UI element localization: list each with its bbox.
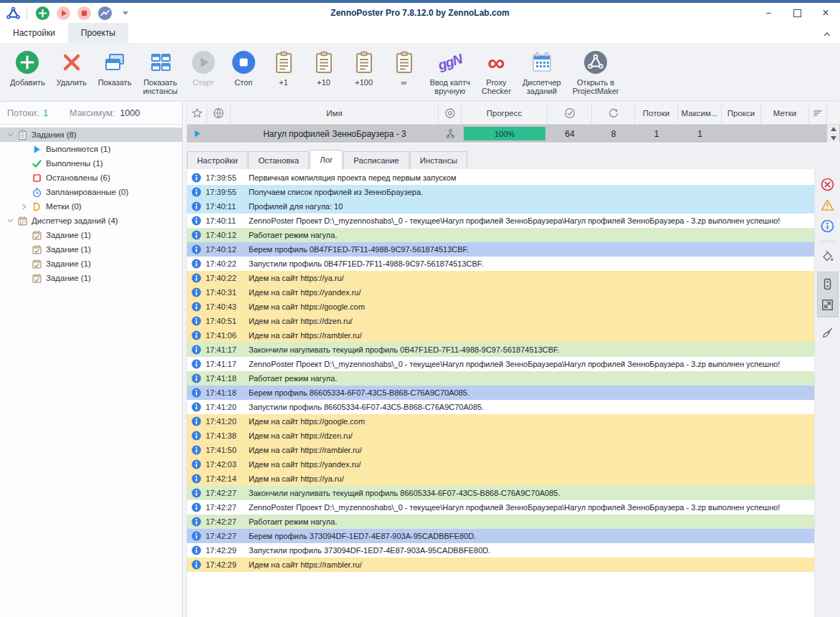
maximize-button[interactable]: [783, 3, 811, 23]
info-icon: [191, 416, 201, 426]
task-row[interactable]: Нагул профилей ЗенноБраузера - 3 100% 64…: [187, 125, 840, 143]
log-row[interactable]: 17:42:27Берем профиль 373094DF-1ED7-4E87…: [187, 529, 814, 543]
log-row[interactable]: 17:40:31Идем на сайт https://yandex.ru/: [187, 285, 814, 300]
tab-instances[interactable]: Инстансы: [410, 151, 467, 169]
warnings-filter-icon[interactable]: [818, 196, 837, 214]
log-row[interactable]: 17:41:18Работает режим нагула.: [187, 371, 814, 386]
log-row[interactable]: 17:42:29Запустили профиль 373094DF-1ED7-…: [187, 543, 814, 558]
check-circle-icon[interactable]: [548, 102, 592, 124]
quick-stats-icon[interactable]: [97, 6, 113, 21]
log-row[interactable]: 17:41:17Закончили нагуливать текущий про…: [187, 343, 814, 357]
log-row[interactable]: 17:42:27ZennoPoster Проект D:\_myzennosh…: [187, 500, 814, 515]
globe-icon[interactable]: [207, 102, 231, 124]
tab-log[interactable]: Лог: [310, 150, 343, 169]
log-row[interactable]: 17:41:50Идем на сайт https://rambler.ru/: [187, 443, 814, 457]
delete-button[interactable]: Удалить: [51, 47, 92, 88]
expand-icon[interactable]: [818, 295, 837, 314]
tree-item[interactable]: Выполнены (1): [0, 156, 182, 171]
tree-item[interactable]: Задание (1): [0, 228, 182, 242]
log-row[interactable]: 17:42:14Идем на сайт https://ya.ru/: [187, 472, 814, 486]
column-proxy[interactable]: Прокси: [722, 102, 761, 124]
log-row[interactable]: 17:40:22Идем на сайт https://ya.ru/: [187, 271, 814, 285]
log-row[interactable]: 17:41:20Идем на сайт https://google.com: [187, 414, 814, 429]
show-button[interactable]: Показать: [92, 47, 138, 88]
log-row[interactable]: 17:41:06Идем на сайт https://rambler.ru/: [187, 328, 814, 343]
log-row[interactable]: 17:39:55Первичная компиляция проекта пер…: [187, 171, 814, 185]
log-row[interactable]: 17:40:12Работает режим нагула.: [187, 228, 814, 242]
stop-button[interactable]: Стоп: [224, 47, 264, 88]
proxy-checker-button[interactable]: ∞Proxy Checker: [476, 47, 517, 97]
expander-icon[interactable]: [19, 204, 30, 210]
sort-icon[interactable]: [809, 102, 827, 124]
quick-start-icon[interactable]: [56, 6, 71, 21]
tree-item[interactable]: Диспетчер заданий (4): [0, 214, 182, 228]
plus-100-button[interactable]: +100: [344, 47, 384, 88]
log-message: Берем профиль 0B47F1ED-7F11-4988-9C97-56…: [249, 245, 469, 254]
restart-icon[interactable]: [592, 102, 635, 124]
tree-item[interactable]: Метки (0): [0, 199, 182, 214]
infinity-button[interactable]: ∞: [384, 47, 424, 88]
tree-item[interactable]: Выполняются (1): [0, 142, 182, 156]
minimize-button[interactable]: −: [754, 3, 783, 23]
column-max[interactable]: Максим...: [678, 102, 722, 124]
grid-scrollbar[interactable]: [827, 125, 839, 143]
log-row[interactable]: 17:41:17ZennoPoster Проект D:\_myzennosh…: [187, 357, 814, 371]
log-row[interactable]: 17:42:27Закончили нагуливать текущий про…: [187, 486, 814, 500]
expander-icon[interactable]: [4, 219, 16, 223]
add-button[interactable]: Добавить: [4, 47, 51, 88]
scroll-up-icon[interactable]: [831, 127, 836, 131]
quick-add-icon[interactable]: [35, 6, 50, 21]
target-icon[interactable]: [439, 102, 462, 124]
log-row[interactable]: 17:40:12Берем профиль 0B47F1ED-7F11-4988…: [187, 242, 814, 257]
collapse-ribbon-icon[interactable]: [823, 27, 831, 40]
errors-filter-icon[interactable]: [818, 175, 837, 193]
log-row[interactable]: 17:42:03Идем на сайт https://yandex.ru/: [187, 457, 814, 472]
task-scheduler-button[interactable]: Диспетчер заданий: [517, 47, 567, 97]
log-row[interactable]: 17:40:51Идем на сайт https://dzen.ru/: [187, 314, 814, 328]
tree-item[interactable]: Запланированные (0): [0, 185, 182, 199]
log-row[interactable]: 17:41:38Идем на сайт https://dzen.ru/: [187, 429, 814, 443]
info-filter-icon[interactable]: [818, 216, 837, 235]
expander-icon[interactable]: [4, 133, 16, 137]
quick-stop-icon[interactable]: [77, 6, 92, 21]
log-row[interactable]: 17:41:20Запустили профиль 86605334-6F07-…: [187, 400, 814, 414]
tree-item[interactable]: Задание (1): [0, 242, 182, 257]
log-row[interactable]: 17:42:27Работает режим нагула.: [187, 515, 814, 529]
column-threads[interactable]: Потоки: [635, 102, 678, 124]
column-labels[interactable]: Метки: [761, 102, 809, 124]
tree-item[interactable]: Задание (1): [0, 257, 182, 271]
dropdown-caret-icon[interactable]: [123, 11, 128, 15]
log-row[interactable]: 17:40:11ZennoPoster Проект D:\_myzennosh…: [187, 214, 814, 228]
log-row[interactable]: 17:40:43Идем на сайт https://google.com: [187, 300, 814, 314]
log-row[interactable]: 17:39:55Получаем список профилей из Зенн…: [187, 185, 814, 199]
log-row[interactable]: 17:40:11Профилей для нагула: 10: [187, 199, 814, 214]
column-progress[interactable]: Прогресс: [462, 102, 548, 124]
fill-color-icon[interactable]: [818, 247, 837, 265]
log-row[interactable]: 17:42:29Идем на сайт https://rambler.ru/: [187, 558, 814, 572]
log-row[interactable]: 17:41:18Берем профиль 86605334-6F07-43C5…: [187, 386, 814, 400]
info-icon: [191, 502, 201, 512]
tab-stop[interactable]: Остановка: [248, 151, 309, 169]
plus-1-button[interactable]: +1: [264, 47, 304, 88]
star-icon[interactable]: [187, 102, 207, 124]
column-name[interactable]: Имя: [231, 102, 439, 124]
tree-item[interactable]: Задания (8): [0, 128, 182, 142]
tab-settings[interactable]: Настройки: [187, 151, 247, 169]
close-button[interactable]: ×: [811, 3, 840, 23]
autoscroll-icon[interactable]: [818, 274, 837, 293]
open-in-projectmaker-button[interactable]: Открыть в ProjectMaker: [567, 47, 625, 97]
ribbon-tab-projects[interactable]: Проекты: [68, 23, 128, 43]
info-icon: [191, 201, 201, 211]
tree-item[interactable]: Задание (1): [0, 271, 182, 285]
tab-schedule[interactable]: Расписание: [343, 151, 409, 169]
log-message: ZennoPoster Проект D:\_myzennoshabs\_0 -…: [249, 360, 780, 368]
clear-log-icon[interactable]: [818, 323, 837, 342]
manual-captcha-button[interactable]: ggNВвод каптч вручную: [424, 47, 476, 97]
log-row[interactable]: 17:40:22Запустили профиль 0B47F1ED-7F11-…: [187, 257, 814, 271]
show-instances-button[interactable]: Показать инстансы: [137, 47, 183, 97]
plus-10-button[interactable]: +10: [304, 47, 344, 88]
tree-item[interactable]: Остановлены (6): [0, 171, 182, 185]
scroll-down-icon[interactable]: [831, 136, 836, 140]
ribbon-tab-settings[interactable]: Настройки: [0, 23, 68, 43]
tree-item-label: Задание (1): [46, 231, 91, 239]
